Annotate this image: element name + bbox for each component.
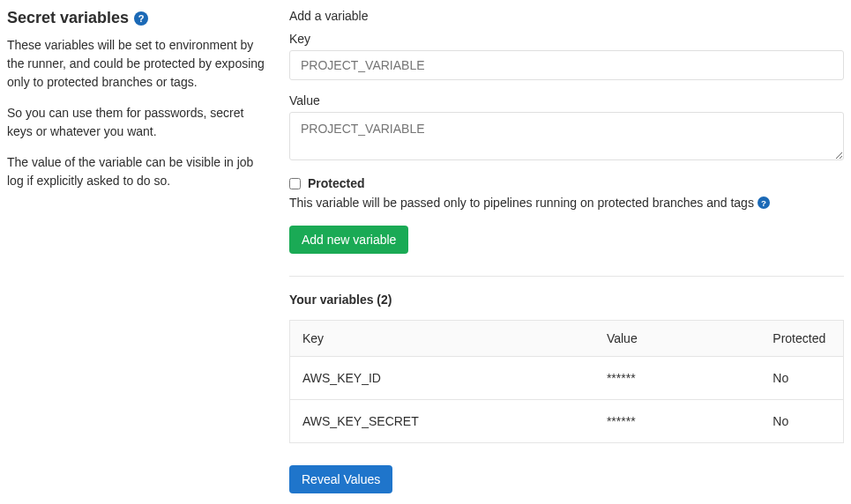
protected-label: Protected: [308, 176, 365, 190]
cell-protected: No: [760, 357, 843, 400]
cell-value: ******: [594, 400, 760, 443]
header-key: Key: [290, 321, 594, 357]
svg-text:?: ?: [138, 13, 145, 24]
table-row: AWS_KEY_SECRET ****** No: [290, 400, 844, 443]
section-divider: [289, 276, 844, 277]
header-protected: Protected: [760, 321, 843, 357]
protected-checkbox[interactable]: [289, 178, 301, 189]
cell-key: AWS_KEY_ID: [290, 357, 594, 400]
help-icon[interactable]: ?: [134, 11, 148, 26]
description-p3: The value of the variable can be visible…: [7, 153, 272, 190]
table-header-row: Key Value Protected: [290, 321, 844, 357]
header-value: Value: [594, 321, 760, 357]
title-text: Secret variables: [7, 9, 129, 27]
cell-key: AWS_KEY_SECRET: [290, 400, 594, 443]
description-p1: These variables will be set to environme…: [7, 36, 272, 92]
svg-text:?: ?: [761, 198, 766, 208]
your-variables-heading: Your variables (2): [289, 293, 844, 307]
page-title: Secret variables ?: [7, 9, 272, 27]
help-icon[interactable]: ?: [758, 196, 770, 209]
key-input[interactable]: [289, 50, 844, 80]
table-row: AWS_KEY_ID ****** No: [290, 357, 844, 400]
cell-value: ******: [594, 357, 760, 400]
key-label: Key: [289, 32, 844, 46]
reveal-values-button[interactable]: Reveal Values: [289, 465, 392, 493]
add-variable-heading: Add a variable: [289, 9, 844, 23]
value-input[interactable]: [289, 112, 844, 160]
protected-hint: This variable will be passed only to pip…: [289, 196, 754, 210]
add-variable-button[interactable]: Add new variable: [289, 226, 408, 254]
description-p2: So you can use them for passwords, secre…: [7, 104, 272, 141]
cell-protected: No: [760, 400, 843, 443]
variables-table: Key Value Protected AWS_KEY_ID ****** No…: [289, 320, 844, 443]
value-label: Value: [289, 93, 844, 107]
